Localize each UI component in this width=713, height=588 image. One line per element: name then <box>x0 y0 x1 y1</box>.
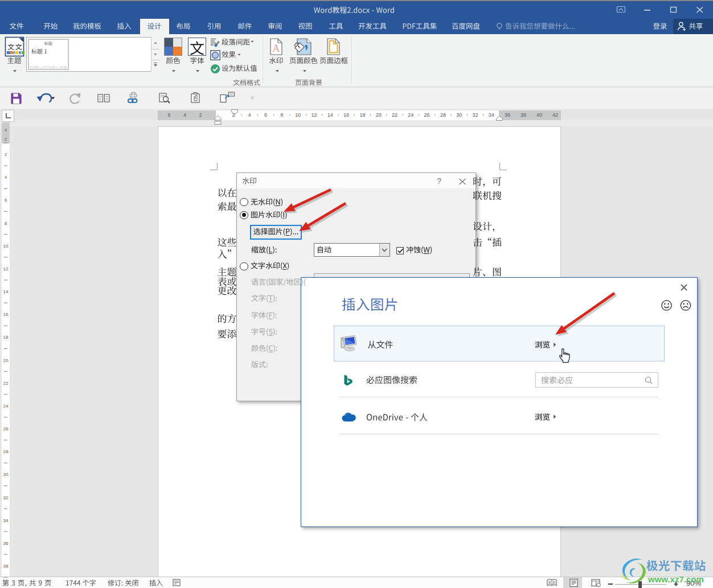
svg-text:?: ? <box>437 176 441 186</box>
svg-text:4: 4 <box>5 128 7 133</box>
svg-text:8: 8 <box>5 221 7 226</box>
svg-text:16: 16 <box>3 312 9 317</box>
svg-text:30: 30 <box>456 112 462 118</box>
svg-text:20: 20 <box>376 112 382 118</box>
svg-text:14: 14 <box>3 289 9 294</box>
svg-text:34: 34 <box>3 518 9 523</box>
svg-text:6: 6 <box>167 112 170 118</box>
svg-text:36: 36 <box>3 541 9 546</box>
svg-text:40: 40 <box>536 112 542 118</box>
svg-text:32: 32 <box>472 112 478 118</box>
svg-text:38: 38 <box>521 112 526 118</box>
svg-text:34: 34 <box>489 112 494 118</box>
svg-text:38: 38 <box>3 564 9 569</box>
svg-text:4: 4 <box>183 112 186 118</box>
svg-text:2: 2 <box>232 112 235 118</box>
svg-text:12: 12 <box>3 266 9 272</box>
svg-text:2: 2 <box>199 112 202 118</box>
svg-text:www.xz7.com: www.xz7.com <box>648 574 704 584</box>
svg-text:2: 2 <box>5 152 7 157</box>
svg-text:28: 28 <box>3 449 9 454</box>
svg-text:4: 4 <box>5 175 7 180</box>
svg-text:18: 18 <box>3 335 9 340</box>
svg-text:24: 24 <box>408 112 413 118</box>
svg-text:14: 14 <box>327 112 333 118</box>
svg-text:12: 12 <box>311 112 317 118</box>
svg-text:36: 36 <box>505 112 510 118</box>
svg-text:24: 24 <box>3 404 9 409</box>
svg-text:30: 30 <box>3 472 9 477</box>
svg-text:22: 22 <box>392 112 398 118</box>
svg-text:2: 2 <box>5 137 7 142</box>
svg-text:26: 26 <box>424 112 430 118</box>
svg-text:18: 18 <box>359 112 365 118</box>
svg-text:22: 22 <box>3 381 9 386</box>
svg-text:8: 8 <box>280 112 283 118</box>
svg-text:28: 28 <box>440 112 446 118</box>
svg-text:6: 6 <box>5 198 7 203</box>
svg-text:32: 32 <box>3 495 9 500</box>
svg-text:26: 26 <box>3 426 9 431</box>
svg-text:4: 4 <box>248 112 251 118</box>
svg-text:10: 10 <box>295 112 301 118</box>
svg-text:16: 16 <box>343 112 349 118</box>
svg-text:10: 10 <box>3 244 9 249</box>
svg-text:6: 6 <box>264 112 267 118</box>
svg-text:20: 20 <box>3 358 9 363</box>
svg-text:42: 42 <box>552 112 558 118</box>
